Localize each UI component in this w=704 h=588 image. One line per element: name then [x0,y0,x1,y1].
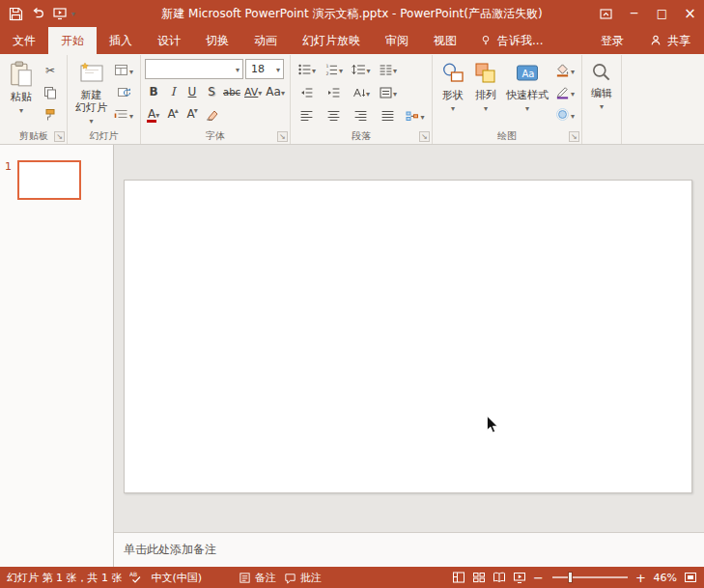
fit-to-window-button[interactable] [684,571,697,584]
customize-qat-button[interactable] [71,2,93,25]
tab-design[interactable]: 设计 [145,27,193,54]
clipboard-small-buttons: ✂ [38,57,63,125]
font-size-combobox[interactable]: 18 [245,59,284,79]
numbering-button[interactable]: 12 [322,59,347,79]
strikethrough-button[interactable]: abc [222,82,241,101]
zoom-level[interactable]: 46% [654,572,677,584]
language-button[interactable]: 中文(中国) [151,571,202,585]
sign-in-button[interactable]: 登录 [589,27,635,54]
clipboard-dialog-launcher[interactable] [54,131,65,142]
tab-view[interactable]: 视图 [421,27,469,54]
align-left-button[interactable] [295,105,320,126]
align-center-button[interactable] [322,105,347,126]
reading-view-icon [493,571,506,584]
slide-editing-surface[interactable] [124,180,692,493]
tab-insert[interactable]: 插入 [97,27,145,54]
dropdown-icon [276,63,280,75]
tab-transitions[interactable]: 切换 [193,27,241,54]
tab-animations[interactable]: 动画 [241,27,290,54]
normal-view-button[interactable] [452,571,465,584]
paste-button[interactable]: 粘贴 [5,57,38,128]
justify-button[interactable] [376,105,401,126]
strikethrough-label: abc [223,87,240,98]
slideshow-view-button[interactable] [513,571,526,584]
quick-styles-button[interactable]: Aa 快速样式 [502,57,552,128]
tell-me-box[interactable]: 告诉我... [469,27,552,54]
font-size-value: 18 [251,63,265,75]
cut-button[interactable]: ✂ [38,60,63,80]
change-case-label: Aa [266,85,281,98]
slide-thumbnail-1[interactable] [17,160,81,200]
zoom-in-button[interactable]: + [635,571,647,585]
increase-indent-button[interactable] [322,82,347,102]
tab-review[interactable]: 审阅 [373,27,421,54]
bullets-button[interactable] [295,59,320,79]
notes-toggle-button[interactable]: 备注 [239,571,276,585]
bold-button[interactable]: B [145,82,162,101]
text-shadow-button[interactable]: S [203,82,220,101]
font-group-label: 字体 [206,129,225,143]
notes-pane[interactable]: 单击此处添加备注 [114,532,704,567]
spell-check-icon: AB [129,571,143,584]
shapes-button[interactable]: 形状 [436,57,469,128]
shrink-font-button[interactable]: A▾ [183,104,201,124]
drawing-dialog-launcher[interactable] [569,131,579,142]
restore-button[interactable]: □ [648,0,676,27]
clear-formatting-button[interactable] [203,104,220,124]
section-icon [114,108,128,121]
decrease-indent-button[interactable] [295,82,320,102]
close-button[interactable]: × [676,0,704,27]
undo-button[interactable] [27,2,48,25]
new-slide-button[interactable]: 新建 幻灯片 [71,57,111,128]
shape-effects-button[interactable] [552,104,577,125]
copy-button[interactable] [38,82,63,102]
copy-icon [43,86,57,99]
columns-button[interactable] [376,59,401,79]
shapes-label: 形状 [442,89,464,101]
section-button[interactable] [111,104,136,125]
align-right-button[interactable] [349,105,374,126]
spell-check-button[interactable]: AB [129,571,143,584]
convert-to-smartart-button[interactable] [403,105,428,126]
format-painter-button[interactable] [38,104,63,125]
dropdown-icon [571,86,575,99]
grow-font-button[interactable]: A▴ [164,104,182,124]
paragraph-dialog-launcher[interactable] [419,131,430,142]
underline-button[interactable]: U [183,82,201,101]
save-button[interactable] [5,2,26,25]
zoom-slider-thumb[interactable] [568,572,573,583]
minimize-button[interactable]: ─ [620,0,648,27]
zoom-out-button[interactable]: − [533,571,545,585]
ribbon-display-options-button[interactable] [592,0,620,27]
tab-home[interactable]: 开始 [48,27,97,54]
italic-button[interactable]: I [164,82,182,101]
change-case-button[interactable]: Aa [265,82,286,101]
font-dialog-launcher[interactable] [277,131,288,142]
zoom-slider-track[interactable] [552,576,628,578]
slide-layout-button[interactable] [111,60,136,80]
shape-outline-button[interactable] [552,82,577,102]
text-direction-button[interactable] [349,82,374,102]
font-name-combobox[interactable] [145,59,243,79]
slide-sorter-view-button[interactable] [472,571,486,584]
slide-counter[interactable]: 幻灯片 第 1 张，共 1 张 [7,571,122,585]
character-spacing-button[interactable]: AV [243,82,263,101]
tab-slideshow[interactable]: 幻灯片放映 [290,27,373,54]
shape-fill-button[interactable] [552,60,577,80]
font-color-button[interactable]: A [145,104,162,124]
reset-slide-button[interactable] [111,82,136,102]
font-color-label: A [148,107,155,121]
arrange-button[interactable]: 排列 [469,57,502,128]
editing-label: 编辑 [591,87,612,99]
start-slideshow-button[interactable] [49,2,70,25]
reading-view-button[interactable] [493,571,506,584]
comments-toggle-button[interactable]: 批注 [284,571,322,585]
tab-file[interactable]: 文件 [0,27,48,54]
tabrow-right: 登录 共享 [589,27,704,54]
editing-button[interactable]: 编辑 [586,57,617,128]
format-painter-icon [43,108,57,122]
align-text-button[interactable] [376,82,401,102]
share-button[interactable]: 共享 [635,27,704,54]
line-spacing-button[interactable] [349,59,374,79]
paragraph-row-2 [295,82,428,102]
